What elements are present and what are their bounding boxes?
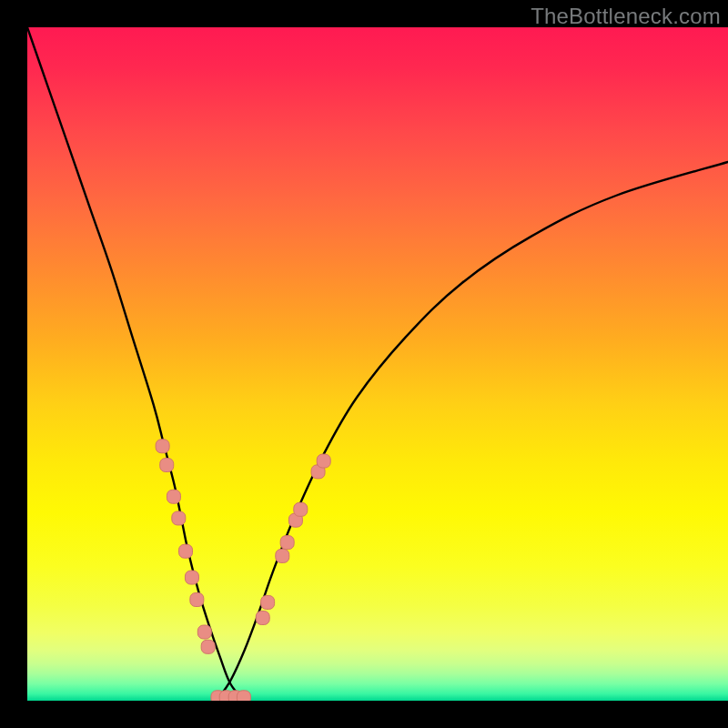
curve-layer xyxy=(27,27,728,701)
data-marker xyxy=(167,490,180,503)
left-curve xyxy=(27,27,245,701)
data-marker xyxy=(237,691,250,701)
chart-frame: TheBottleneck.com xyxy=(0,0,728,728)
marker-group xyxy=(156,440,330,701)
data-marker xyxy=(190,593,204,607)
data-marker xyxy=(179,544,193,558)
data-marker xyxy=(276,549,289,562)
data-marker xyxy=(256,611,269,624)
plot-area xyxy=(27,27,728,701)
data-marker xyxy=(185,571,198,584)
data-marker xyxy=(197,625,211,639)
data-marker xyxy=(156,440,169,453)
data-marker xyxy=(201,640,215,653)
data-marker xyxy=(280,536,294,550)
data-marker xyxy=(294,502,308,516)
curve-group xyxy=(27,27,728,701)
data-marker xyxy=(172,511,186,525)
data-marker xyxy=(160,459,174,472)
data-marker xyxy=(261,595,275,609)
data-marker xyxy=(317,454,330,468)
right-curve xyxy=(217,162,728,701)
watermark-text: TheBottleneck.com xyxy=(531,4,721,29)
